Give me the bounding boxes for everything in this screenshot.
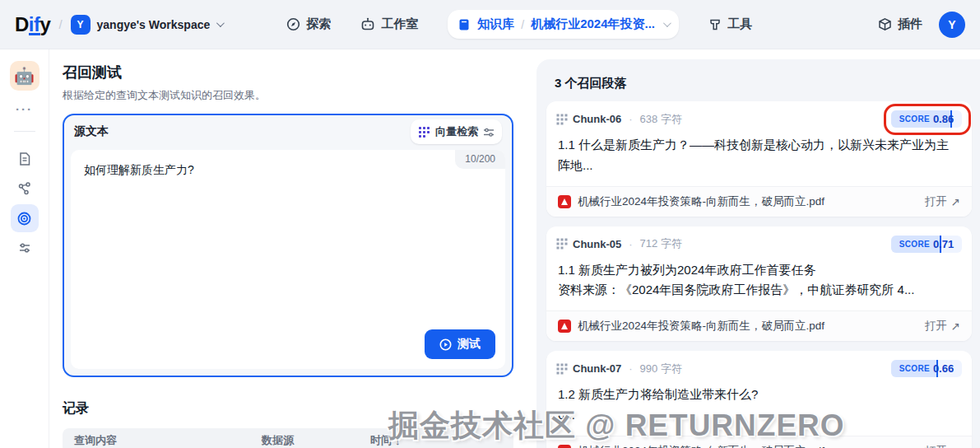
external-arrow-icon: ↗ — [951, 195, 960, 208]
score-value: 0.71 — [933, 238, 954, 250]
open-file-link[interactable]: 打开 ↗ — [925, 194, 960, 209]
divider — [14, 131, 35, 132]
breadcrumb-dataset-name: 机械行业2024年投资... — [531, 16, 655, 32]
score-badge-wrap: SCORE 0.66 — [891, 360, 962, 377]
query-text-value[interactable]: 如何理解新质生产力? — [71, 150, 433, 178]
dot-separator: · — [629, 362, 632, 375]
chevron-down-icon — [216, 19, 225, 27]
column-query-content: 查询内容 — [74, 433, 262, 448]
robot-icon — [360, 17, 375, 31]
sidebar-item-api[interactable] — [11, 175, 39, 203]
chunk-id: Chunk-05 — [573, 238, 621, 250]
vector-grid-icon — [418, 126, 430, 138]
chunk-grid-icon — [556, 238, 568, 250]
divider: / — [58, 17, 62, 31]
external-arrow-icon: ↗ — [951, 320, 960, 333]
dot-separator: · — [629, 113, 632, 125]
score-badge-wrap: SCORE 0.86 — [891, 110, 962, 128]
logo-text: D — [15, 13, 29, 36]
retrieval-method-selector[interactable]: 向量检索 — [411, 119, 502, 144]
chunk-card[interactable]: Chunk-05 · 712 字符 SCORE 0.71 1.1 新质生产力被列… — [546, 226, 972, 342]
book-icon — [457, 18, 471, 31]
page-subtitle: 根据给定的查询文本测试知识的召回效果。 — [63, 88, 536, 103]
char-counter: 10/200 — [455, 150, 505, 169]
source-text-card: 源文本 向量检索 10/200 如何理解新质生产力? 测试 — [63, 114, 513, 377]
source-file-name: 机械行业2024年投资策略-向新而生，破局而立.pdf — [578, 444, 824, 448]
settings-sliders-icon — [483, 127, 495, 138]
chunk-source-row: 机械行业2024年投资策略-向新而生，破局而立.pdf 打开 ↗ — [546, 436, 972, 448]
sort-desc-icon: ↓ — [395, 435, 401, 447]
query-textarea[interactable]: 10/200 如何理解新质生产力? 测试 — [71, 150, 505, 369]
breadcrumb-slash: / — [521, 18, 524, 31]
chunk-char-count: 990 字符 — [640, 362, 682, 376]
retrieval-method-label: 向量检索 — [435, 124, 478, 139]
logo-text: if — [29, 16, 40, 36]
workspace-name: yangye's Workspace — [97, 18, 211, 31]
open-label: 打开 — [925, 444, 947, 448]
chunk-header: Chunk-07 · 990 字符 SCORE 0.66 — [546, 351, 972, 377]
main-nav: 探索 工作室 知识库 / 机械行业2024年投资... 工具 — [286, 10, 752, 39]
chunk-text: 1.1 什么是新质生产力？——科技创新是核心动力，以新兴未来产业为主阵地... — [546, 128, 972, 186]
score-badge: SCORE 0.86 — [891, 110, 962, 128]
test-button[interactable]: 测试 — [425, 329, 495, 359]
chunk-grid-icon — [556, 363, 568, 375]
dot-separator: · — [629, 238, 632, 250]
score-value: 0.66 — [933, 362, 954, 375]
nav-item-studio[interactable]: 工作室 — [360, 16, 418, 32]
page-title: 召回测试 — [63, 63, 536, 82]
sidebar-item-hit-testing[interactable] — [11, 204, 39, 232]
nav-label-knowledge: 知识库 — [477, 16, 514, 32]
play-circle-icon — [439, 338, 452, 351]
records-section: 记录 查询内容 数据源 时间 ↓ — [63, 400, 536, 448]
chunk-card[interactable]: Chunk-06 · 638 字符 SCORE 0.86 1.1 什么是新质生产… — [546, 101, 972, 217]
open-label: 打开 — [925, 194, 947, 209]
pdf-file-icon — [558, 445, 571, 448]
sidebar-item-settings[interactable] — [11, 234, 39, 262]
retrieval-results-panel: 3 个召回段落 Chunk-06 · 638 字符 SCORE 0.86 1.1… — [536, 59, 980, 448]
nav-item-plugins[interactable]: 插件 — [878, 16, 922, 32]
open-file-link[interactable]: 打开 ↗ — [925, 444, 960, 448]
chunk-card[interactable]: Chunk-07 · 990 字符 SCORE 0.66 1.2 新质生产力将给… — [546, 351, 972, 448]
document-icon — [17, 152, 32, 166]
nav-item-tools[interactable]: 工具 — [708, 16, 752, 32]
pdf-file-icon — [558, 320, 571, 333]
sidebar-item-documents[interactable] — [11, 145, 39, 173]
hammer-icon — [708, 17, 722, 31]
score-badge: SCORE 0.66 — [891, 360, 962, 377]
workspace-avatar: Y — [71, 15, 91, 35]
column-time-sort[interactable]: 时间 ↓ — [370, 433, 401, 448]
open-label: 打开 — [925, 319, 947, 334]
nav-item-explore[interactable]: 探索 — [286, 16, 331, 32]
nav-label: 探索 — [306, 16, 331, 32]
top-navbar: Dify / Y yangye's Workspace 探索 工作室 知识库 /… — [0, 0, 980, 49]
score-badge: SCORE 0.71 — [891, 236, 962, 253]
score-label: SCORE — [899, 240, 930, 249]
chunk-source-row: 机械行业2024年投资策略-向新而生，破局而立.pdf 打开 ↗ — [546, 186, 972, 217]
nav-item-knowledge-active[interactable]: 知识库 / 机械行业2024年投资... — [448, 10, 679, 39]
more-options-icon[interactable]: ··· — [16, 102, 33, 116]
chunk-header: Chunk-05 · 712 字符 SCORE 0.71 — [546, 226, 972, 253]
chunk-id: Chunk-06 — [573, 113, 621, 125]
workspace-selector[interactable]: Y yangye's Workspace — [71, 15, 223, 35]
score-value: 0.86 — [933, 113, 954, 125]
dify-logo[interactable]: Dify — [15, 13, 50, 36]
navbar-right: 插件 Y — [878, 12, 965, 38]
source-card-header: 源文本 向量检索 — [64, 115, 512, 148]
source-text-label: 源文本 — [74, 124, 109, 139]
chunk-char-count: 712 字符 — [640, 236, 682, 251]
knowledge-app-icon[interactable]: 🤖 — [10, 61, 39, 91]
sliders-icon — [17, 240, 32, 255]
test-button-label: 测试 — [457, 337, 481, 352]
chunk-grid-icon — [556, 114, 568, 125]
source-file-name: 机械行业2024年投资策略-向新而生，破局而立.pdf — [578, 194, 824, 209]
pdf-file-icon — [558, 195, 571, 208]
plugin-box-icon — [878, 17, 892, 31]
chevron-down-icon[interactable] — [663, 19, 671, 27]
user-avatar[interactable]: Y — [939, 12, 965, 38]
open-file-link[interactable]: 打开 ↗ — [925, 319, 960, 334]
target-icon — [16, 211, 32, 226]
column-data-source: 数据源 — [262, 433, 370, 448]
nav-label: 插件 — [898, 16, 922, 32]
nav-label: 工具 — [727, 16, 752, 32]
chunk-char-count: 638 字符 — [640, 112, 682, 127]
